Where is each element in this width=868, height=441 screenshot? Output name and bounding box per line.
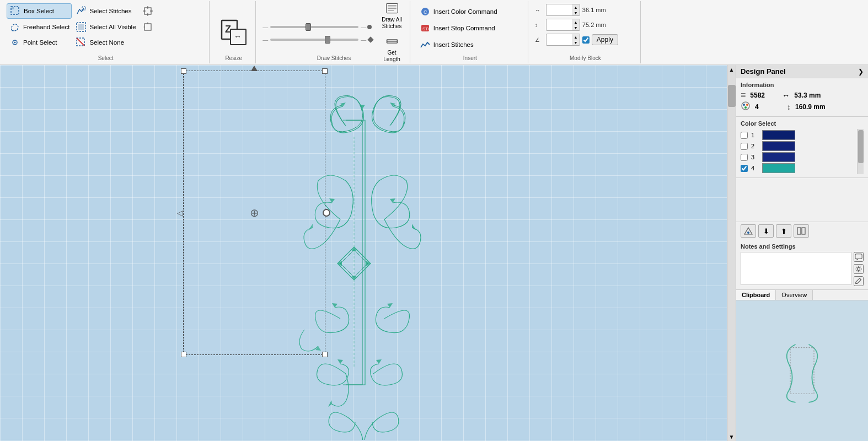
- svg-rect-10: [144, 24, 151, 30]
- color-select-section: Color Select 1 2 3: [736, 117, 868, 178]
- notes-edit-button[interactable]: [854, 276, 864, 286]
- color-1-swatch[interactable]: [762, 130, 795, 140]
- height-arrow-icon: ↕: [787, 103, 791, 111]
- color-row-3: 3: [741, 152, 857, 162]
- width-down-btn[interactable]: ▼: [572, 10, 580, 15]
- width-value: 53.3 mm: [794, 92, 821, 99]
- scroll-up-btn[interactable]: ▲: [728, 65, 736, 74]
- move-down-button[interactable]: ⬇: [758, 224, 774, 238]
- angle-up-btn[interactable]: ▲: [572, 34, 580, 40]
- width-input[interactable]: 100: [546, 6, 572, 14]
- scroll-thumb[interactable]: [728, 85, 736, 107]
- handle-tl[interactable]: [181, 68, 186, 74]
- handle-tr[interactable]: [322, 68, 328, 74]
- svg-rect-59: [797, 228, 801, 234]
- height-row: ↕ 100 ▲ ▼ 75.2 mm: [535, 19, 613, 31]
- width-symbol: ↔: [535, 7, 544, 13]
- draw-all-label: Draw AllStitches: [382, 17, 402, 30]
- angle-input[interactable]: 0: [546, 36, 572, 44]
- svg-marker-62: [857, 259, 859, 261]
- freehand-icon: [9, 21, 21, 33]
- height-down-btn[interactable]: ▼: [572, 25, 580, 30]
- draw-all-stitches-button[interactable]: Draw AllStitches: [378, 1, 405, 31]
- select-none-icon: [75, 36, 87, 49]
- select-group: Box Select Select Stitches Freehand Sele…: [2, 1, 210, 63]
- color-1-num: 1: [751, 132, 759, 138]
- notes-textarea[interactable]: [741, 252, 851, 285]
- insert-stitches-button[interactable]: Insert Stitches: [417, 37, 476, 52]
- insert-stop-icon: STOP: [419, 22, 431, 34]
- color-4-num: 4: [751, 165, 759, 171]
- notes-title: Notes and Settings: [741, 243, 864, 250]
- tab-overview[interactable]: Overview: [776, 290, 813, 300]
- svg-text:STOP: STOP: [422, 26, 431, 31]
- point-select-button[interactable]: Point Select: [7, 35, 72, 50]
- color-2-swatch[interactable]: [762, 141, 795, 151]
- color-select-title: Color Select: [741, 120, 864, 127]
- panel-header: Design Panel ❯: [736, 65, 868, 78]
- scroll-down-btn[interactable]: ▼: [728, 432, 736, 441]
- insert-color-command-button[interactable]: C Insert Color Command: [417, 4, 500, 19]
- tab-clipboard[interactable]: Clipboard: [736, 290, 776, 300]
- svg-marker-36: [390, 103, 395, 106]
- box-select-button[interactable]: Box Select: [7, 3, 72, 19]
- svg-point-14: [14, 42, 16, 44]
- color-scrollbar[interactable]: [857, 129, 864, 174]
- vertical-scrollbar[interactable]: ▲ ▼: [727, 65, 736, 441]
- slider-track-2[interactable]: [270, 39, 358, 41]
- color-4-swatch[interactable]: [762, 163, 795, 173]
- box-select-icon: [9, 5, 22, 17]
- insert-stop-command-button[interactable]: STOP Insert Stop Command: [417, 21, 497, 35]
- apply-button[interactable]: Apply: [592, 34, 618, 45]
- combine-button[interactable]: [794, 224, 809, 238]
- handle-br[interactable]: [322, 352, 328, 357]
- modify-block-label: Modify Block: [531, 55, 640, 61]
- height-spinbox[interactable]: 100 ▲ ▼: [546, 19, 580, 31]
- freehand-select-button[interactable]: Freehand Select: [7, 20, 72, 34]
- slider-row-1: — —: [262, 24, 374, 30]
- color-4-checkbox[interactable]: [741, 165, 748, 172]
- slider-thumb-2[interactable]: [325, 36, 330, 44]
- height-input[interactable]: 100: [546, 21, 572, 29]
- extend-btn[interactable]: [140, 3, 205, 19]
- handle-mr[interactable]: [323, 209, 330, 217]
- panel-expand-button[interactable]: ❯: [858, 68, 864, 76]
- apply-checkbox[interactable]: [582, 36, 590, 44]
- shrink-icon: [142, 21, 154, 33]
- color-assign-button[interactable]: [741, 224, 756, 238]
- color-3-checkbox[interactable]: [741, 154, 748, 161]
- notes-chat-button[interactable]: [854, 252, 864, 262]
- canvas-area[interactable]: .stitch { fill:none; stroke:#2aaa88; str…: [0, 65, 736, 441]
- slider-track-1[interactable]: [270, 26, 358, 28]
- draw-stitches-group: — — — — Draw AllStitches: [258, 1, 410, 63]
- shrink-btn[interactable]: [140, 20, 205, 34]
- move-cursor: ⊕: [250, 206, 259, 219]
- angle-spinbox[interactable]: 0 ▲ ▼: [546, 34, 580, 46]
- color-1-checkbox[interactable]: [741, 132, 748, 139]
- color-scroll-thumb[interactable]: [858, 130, 864, 163]
- svg-line-16: [77, 38, 84, 46]
- notes-settings-button[interactable]: [854, 264, 864, 274]
- point-select-icon: [9, 36, 21, 49]
- panel-actions: ⬇ ⬆: [736, 222, 868, 240]
- angle-symbol: ∠: [535, 37, 544, 43]
- handle-ml[interactable]: ◁: [177, 208, 183, 217]
- color-2-checkbox[interactable]: [741, 143, 748, 150]
- handle-tc[interactable]: [251, 66, 258, 71]
- draw-all-stitches-icon: [386, 2, 398, 14]
- get-length-icon: [386, 35, 398, 47]
- width-up-btn[interactable]: ▲: [572, 4, 580, 10]
- move-up-button[interactable]: ⬆: [776, 224, 791, 238]
- select-stitches-button[interactable]: Select Stitches: [73, 3, 138, 19]
- stitch-icon: ≡: [741, 90, 746, 100]
- angle-down-btn[interactable]: ▼: [572, 40, 580, 45]
- slider-thumb-1[interactable]: [306, 23, 311, 31]
- select-all-visible-button[interactable]: Select All Visible: [73, 20, 138, 34]
- select-none-button[interactable]: Select None: [73, 35, 138, 50]
- svg-marker-49: [337, 359, 343, 364]
- angle-row: ∠ 0 ▲ ▼ Apply: [535, 34, 618, 46]
- width-spinbox[interactable]: 100 ▲ ▼: [546, 4, 580, 16]
- handle-bl[interactable]: [181, 352, 186, 357]
- color-3-swatch[interactable]: [762, 152, 795, 162]
- height-up-btn[interactable]: ▲: [572, 19, 580, 25]
